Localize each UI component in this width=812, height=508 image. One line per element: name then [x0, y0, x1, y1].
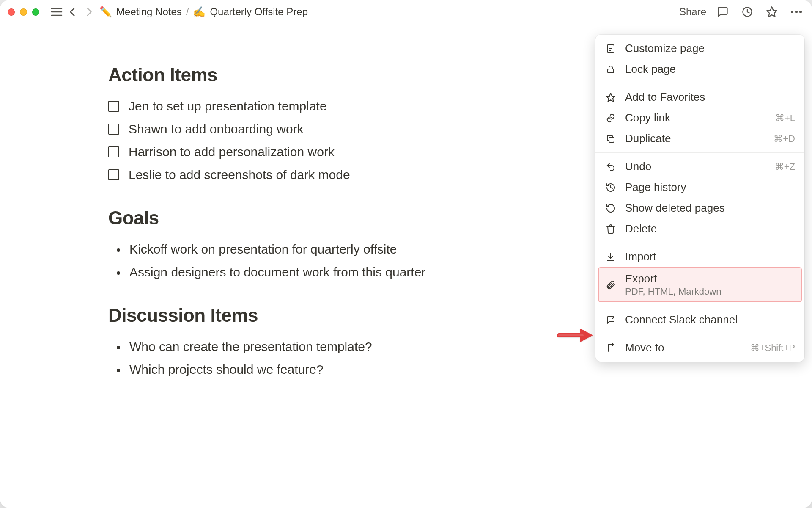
bullet-icon [117, 346, 120, 349]
menu-item-label: Delete [625, 222, 795, 235]
import-icon [605, 251, 617, 263]
menu-item-page-history[interactable]: Page history [595, 177, 804, 198]
menu-separator [595, 152, 804, 153]
todo-text: Jen to set up presentation template [129, 99, 327, 113]
menu-item-label: Connect Slack channel [625, 313, 795, 326]
topbar: ✏️ Meeting Notes / ✍️ Quarterly Offsite … [0, 0, 812, 24]
heading-action-items[interactable]: Action Items [108, 64, 465, 86]
menu-item-connect-slack[interactable]: Connect Slack channel [595, 309, 804, 330]
list-item[interactable]: Which projects should we feature? [108, 358, 465, 381]
breadcrumb-parent[interactable]: ✏️ Meeting Notes [99, 6, 182, 18]
menu-item-shortcut: ⌘+Shift+P [750, 342, 795, 353]
menu-item-export[interactable]: Export PDF, HTML, Markdown [598, 267, 802, 302]
menu-item-duplicate[interactable]: Duplicate ⌘+D [595, 128, 804, 149]
star-icon [605, 91, 617, 103]
todo-text: Leslie to add screenshots of dark mode [129, 168, 350, 182]
breadcrumb-current[interactable]: ✍️ Quarterly Offsite Prep [193, 6, 308, 18]
app-window: ✏️ Meeting Notes / ✍️ Quarterly Offsite … [0, 0, 812, 508]
zoom-window-button[interactable] [32, 8, 39, 16]
menu-item-lock-page[interactable]: Lock page [595, 59, 804, 80]
bullet-icon [117, 271, 120, 275]
menu-item-label: Page history [625, 181, 795, 194]
menu-item-customize-page[interactable]: Customize page [595, 38, 804, 59]
menu-item-shortcut: ⌘+Z [775, 161, 795, 172]
menu-item-label: Lock page [625, 63, 795, 76]
todo-item[interactable]: Harrison to add personalization work [108, 141, 465, 163]
more-button[interactable] [788, 4, 804, 20]
forward-button[interactable] [81, 4, 97, 20]
todo-text: Harrison to add personalization work [129, 145, 335, 159]
list-item-text: Assign designers to document work from t… [129, 265, 425, 279]
menu-separator [595, 334, 804, 334]
link-icon [605, 112, 617, 124]
checkbox-icon[interactable] [108, 169, 119, 180]
bullet-icon [117, 369, 120, 372]
close-window-button[interactable] [8, 8, 15, 16]
breadcrumb-current-label: Quarterly Offsite Prep [210, 6, 308, 18]
svg-marker-17 [580, 329, 593, 342]
menu-item-label: Undo [625, 160, 766, 173]
move-to-icon [605, 342, 617, 354]
discussion-list: Who can create the presentation template… [108, 335, 465, 381]
menu-item-shortcut: ⌘+L [775, 113, 795, 124]
topbar-actions: Share [679, 4, 804, 20]
list-item-text: Who can create the presentation template… [129, 340, 372, 354]
menu-item-label: Copy link [625, 111, 767, 124]
menu-item-subtitle: PDF, HTML, Markdown [625, 286, 795, 297]
window-controls [8, 8, 39, 16]
heading-goals[interactable]: Goals [108, 207, 465, 229]
checkbox-icon[interactable] [108, 124, 119, 135]
menu-separator [595, 306, 804, 306]
comments-button[interactable] [715, 4, 731, 20]
todo-item[interactable]: Shawn to add onboarding work [108, 118, 465, 141]
menu-item-label: Import [625, 250, 795, 263]
menu-item-add-favorites[interactable]: Add to Favorites [595, 87, 804, 108]
minimize-window-button[interactable] [20, 8, 27, 16]
list-item[interactable]: Assign designers to document work from t… [108, 261, 465, 284]
undo-icon [605, 161, 617, 173]
menu-item-label: Customize page [625, 42, 795, 55]
favorite-button[interactable] [764, 4, 780, 20]
heading-discussion-items[interactable]: Discussion Items [108, 305, 465, 326]
breadcrumb: ✏️ Meeting Notes / ✍️ Quarterly Offsite … [99, 6, 308, 18]
slack-icon [605, 314, 617, 326]
refresh-icon [605, 202, 617, 214]
action-items-list: Jen to set up presentation template Shaw… [108, 95, 465, 186]
menu-item-import[interactable]: Import [595, 246, 804, 267]
menu-item-label: Add to Favorites [625, 91, 795, 104]
menu-item-copy-link[interactable]: Copy link ⌘+L [595, 108, 804, 128]
menu-item-show-deleted[interactable]: Show deleted pages [595, 198, 804, 218]
list-item[interactable]: Kickoff work on presentation for quarter… [108, 238, 465, 261]
lock-icon [605, 64, 617, 75]
menu-item-label: Export PDF, HTML, Markdown [625, 272, 795, 297]
page-options-menu: Customize page Lock page Add to Favorite… [595, 35, 804, 362]
updates-button[interactable] [739, 4, 755, 20]
trash-icon [605, 223, 617, 235]
menu-separator [595, 83, 804, 83]
share-button[interactable]: Share [679, 6, 706, 18]
todo-item[interactable]: Jen to set up presentation template [108, 95, 465, 118]
duplicate-icon [605, 133, 617, 145]
breadcrumb-parent-label: Meeting Notes [116, 6, 182, 18]
menu-item-shortcut: ⌘+D [774, 133, 795, 144]
goals-list: Kickoff work on presentation for quarter… [108, 238, 465, 284]
svg-marker-4 [767, 7, 776, 17]
sidebar-toggle-button[interactable] [49, 4, 65, 20]
writing-hand-icon: ✍️ [193, 6, 206, 18]
page-content: Action Items Jen to set up presentation … [0, 24, 465, 381]
checkbox-icon[interactable] [108, 146, 119, 157]
menu-item-label: Move to [625, 341, 742, 354]
menu-item-move-to[interactable]: Move to ⌘+Shift+P [595, 337, 804, 358]
attachment-icon [605, 279, 617, 291]
svg-point-7 [799, 11, 802, 13]
checkbox-icon[interactable] [108, 101, 119, 112]
menu-item-label: Duplicate [625, 132, 765, 145]
menu-item-undo[interactable]: Undo ⌘+Z [595, 156, 804, 177]
breadcrumb-separator: / [186, 6, 189, 18]
list-item[interactable]: Who can create the presentation template… [108, 335, 465, 358]
svg-point-5 [791, 11, 793, 13]
svg-marker-13 [606, 93, 615, 102]
todo-item[interactable]: Leslie to add screenshots of dark mode [108, 163, 465, 186]
menu-item-delete[interactable]: Delete [595, 218, 804, 239]
back-button[interactable] [65, 4, 81, 20]
